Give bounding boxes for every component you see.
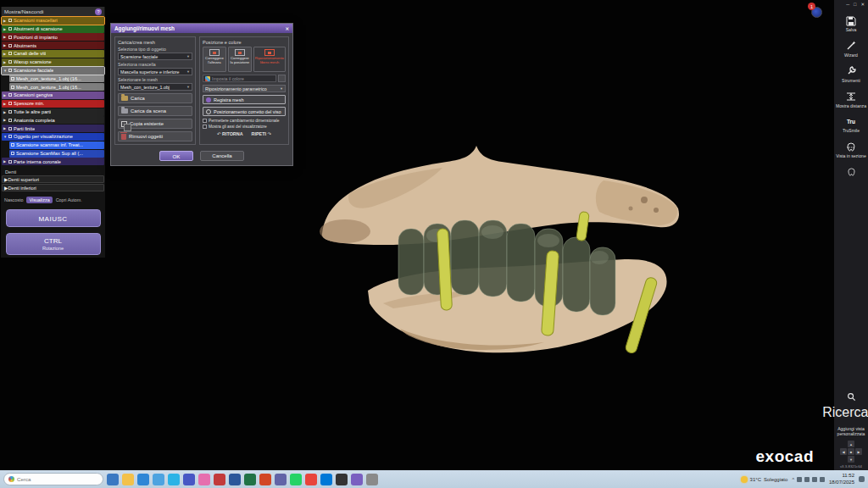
layer-row-posizioni-impianto[interactable]: ▶Posizioni di impianto [2, 33, 104, 41]
view-up-button[interactable]: ▲ [848, 441, 854, 447]
help-icon[interactable]: ? [95, 8, 102, 15]
correct-position-button[interactable]: Correggere la posizione [228, 47, 252, 72]
maiusc-button[interactable]: MAIUSC [6, 209, 101, 227]
photos-icon[interactable] [183, 474, 195, 485]
section-view-tool[interactable]: Vista in sezione [834, 141, 868, 159]
visibility-icon[interactable] [8, 119, 12, 122]
teams-icon[interactable] [275, 474, 287, 485]
allow-scaling-checkbox-row[interactable]: Permettere cambiamento dimensionale [203, 119, 286, 123]
layer-row-denti-inferiori[interactable]: ▶Denti inferiori [2, 184, 104, 191]
visibility-icon[interactable] [8, 52, 12, 55]
weather-widget[interactable]: 31°C Soleggiato [741, 476, 788, 483]
whatsapp-icon[interactable] [290, 474, 302, 485]
close-icon[interactable]: ✕ [860, 2, 865, 7]
wizard-tool[interactable]: Wizard [834, 41, 868, 58]
visibility-icon[interactable] [11, 152, 14, 155]
visibility-icon[interactable] [8, 110, 12, 114]
carica-da-scena-button[interactable]: Carica da scena [118, 106, 192, 116]
search-tool[interactable]: Ricerca... [834, 390, 868, 420]
visibility-icon[interactable] [8, 102, 12, 105]
cancel-button[interactable]: Cancella [200, 151, 244, 161]
layer-row-anatomia-completa[interactable]: ▶Anatomia completa [2, 116, 104, 124]
word-icon[interactable] [229, 474, 241, 485]
jaw-select[interactable]: Mascella superiore e inferiore▼ [118, 68, 192, 75]
visibility-icon[interactable] [8, 36, 12, 39]
layer-row-mesh-texture-1[interactable]: Mesh_con_texture_1.obj (16... [9, 75, 104, 82]
visibility-icon[interactable] [8, 27, 12, 30]
visibility-icon[interactable] [8, 93, 12, 97]
excel-icon[interactable] [244, 474, 256, 485]
checkbox-icon[interactable] [203, 119, 207, 123]
view-navigation-pad[interactable]: ▲ ◀■▶ ▼ [840, 441, 862, 463]
undo-button[interactable]: ↶ RITORNA [217, 131, 242, 136]
rimuovi-oggetti-button[interactable]: Rimuovi oggetti [118, 131, 192, 141]
layer-row-scanmax-inf[interactable]: Scansione scanmax inf. Treat... [9, 141, 104, 149]
notification-center-icon[interactable] [859, 476, 865, 482]
object-type-select[interactable]: Scansione facciale▼ [118, 53, 192, 60]
visualizza-button[interactable]: Visualizza [26, 197, 52, 203]
tooth-extra-tool[interactable] [834, 167, 868, 178]
paint-icon[interactable] [198, 474, 210, 485]
layer-row-parti-finite[interactable]: ▶Parti finite [2, 125, 104, 132]
copri-autom-label[interactable]: Copri Autom. [56, 197, 82, 202]
visibility-icon[interactable] [11, 143, 14, 147]
view-down-button[interactable]: ▼ [848, 456, 854, 463]
visibility-icon[interactable] [11, 86, 14, 89]
ctrl-rotazione-button[interactable]: CTRL Rotazione [6, 233, 101, 255]
tools-tool[interactable]: Strumenti [834, 66, 868, 84]
layer-row-abutments[interactable]: ▶Abutments [2, 42, 104, 49]
visibility-icon[interactable] [8, 135, 12, 138]
snipping-tool-icon[interactable] [214, 474, 225, 485]
set-color-input[interactable]: Imposta il colore [203, 75, 276, 82]
nascosto-label[interactable]: Nascosto [4, 197, 23, 202]
layer-row-denti-superiori[interactable]: ▶Denti superiori [2, 175, 104, 183]
tray-icon-1[interactable] [797, 477, 802, 482]
hidden-icons-chevron[interactable]: ^ [792, 477, 794, 482]
visibility-icon[interactable] [8, 60, 12, 64]
add-custom-view-button[interactable]: Aggiungi vista personalizzata [834, 425, 868, 437]
notification-badge[interactable]: 1 [808, 3, 815, 10]
trusmile-tool[interactable]: Tru TruSmile [834, 116, 868, 134]
mail-icon[interactable] [153, 474, 164, 485]
show-distance-tool[interactable]: Mostra distanza [834, 92, 868, 109]
search-input[interactable] [17, 476, 85, 482]
layer-row-canali-viti[interactable]: ▶Canali delle viti [2, 50, 104, 58]
terminal-icon[interactable] [336, 474, 348, 485]
system-tray[interactable]: ^ [792, 477, 825, 482]
visibility-icon[interactable] [8, 69, 12, 72]
dental-3d-model[interactable] [298, 134, 705, 388]
maximize-icon[interactable]: □ [854, 2, 856, 7]
parametric-reposition-header[interactable]: Riposizionamento parametrico ▼ [203, 85, 286, 92]
face-position-button[interactable]: Posizionamento corretto del viso [203, 107, 286, 116]
close-icon[interactable]: ✕ [285, 26, 289, 31]
layer-row-spessore-min[interactable]: ▶Spessore min. [2, 100, 104, 108]
widgets-weather-icon[interactable] [107, 474, 119, 485]
edge-browser-icon[interactable] [137, 474, 149, 485]
visibility-icon[interactable] [8, 127, 12, 130]
checkbox-icon[interactable] [203, 125, 207, 129]
powerpoint-icon[interactable] [259, 474, 271, 485]
mesh-select[interactable]: Mesh_con_texture_1.obj▼ [118, 83, 192, 91]
save-tool[interactable]: Salva [834, 15, 868, 33]
tray-icon-4[interactable] [820, 477, 825, 482]
taskbar-clock[interactable]: 11:52 18/07/2025 [829, 473, 854, 485]
layer-row-parte-interna-coronale[interactable]: ▶Parte interna coronale [2, 158, 104, 165]
show-axes-checkbox-row[interactable]: Mostra gli assi del visualizzatore [203, 125, 286, 129]
vscode-icon[interactable] [320, 474, 332, 485]
redo-button[interactable]: RIPETI ↷ [252, 131, 271, 136]
layer-row-oggetto-visualizzazione[interactable]: ▼Oggetto per visualizzazione [2, 133, 104, 141]
registra-mesh-button[interactable]: Registra mesh [203, 95, 286, 104]
tray-icon-3[interactable] [812, 477, 817, 482]
minimize-icon[interactable]: ─ [846, 2, 849, 7]
color-picker-button[interactable] [278, 75, 286, 82]
correct-height-button[interactable]: Correggere l'altezza [203, 47, 226, 72]
carica-button[interactable]: Carica [118, 93, 192, 103]
ok-button[interactable]: OK [159, 151, 193, 161]
layer-row-tutte-altre-parti[interactable]: ▶Tutte le altre parti [2, 108, 104, 116]
layer-row-scansione-facciale[interactable]: ▼Scansione facciale [2, 67, 104, 75]
visibility-icon[interactable] [8, 160, 12, 164]
visibility-icon[interactable] [8, 19, 12, 22]
file-explorer-icon[interactable] [122, 474, 134, 485]
visibility-icon[interactable] [8, 44, 12, 47]
free-reposition-button[interactable]: Riposizionamento libero mesh [253, 47, 286, 72]
